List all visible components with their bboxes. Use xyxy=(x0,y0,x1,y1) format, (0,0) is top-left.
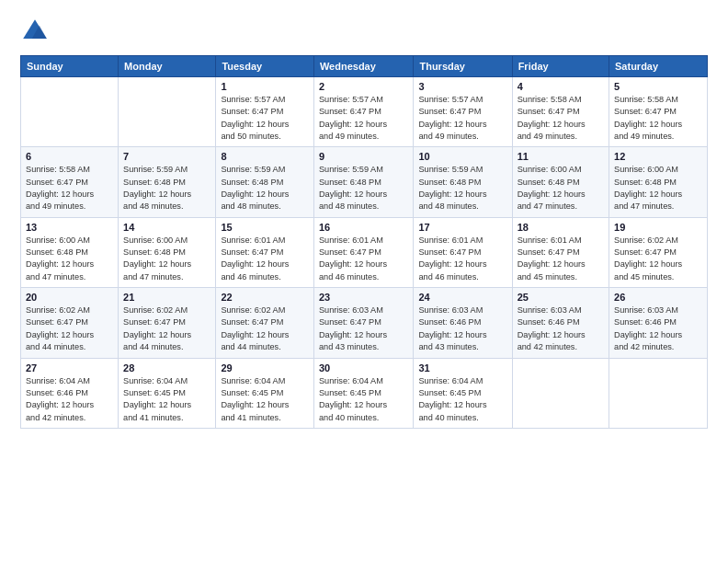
day-info: Sunrise: 5:58 AM Sunset: 6:47 PM Dayligh… xyxy=(26,164,113,213)
calendar-cell: 5Sunrise: 5:58 AM Sunset: 6:47 PM Daylig… xyxy=(609,77,708,147)
calendar-cell: 16Sunrise: 6:01 AM Sunset: 6:47 PM Dayli… xyxy=(313,217,414,287)
calendar-cell: 20Sunrise: 6:02 AM Sunset: 6:47 PM Dayli… xyxy=(21,288,119,358)
day-info: Sunrise: 5:57 AM Sunset: 6:47 PM Dayligh… xyxy=(418,94,506,143)
day-number: 24 xyxy=(418,292,506,303)
day-number: 11 xyxy=(518,151,604,162)
logo xyxy=(20,17,55,46)
calendar-cell: 2Sunrise: 5:57 AM Sunset: 6:47 PM Daylig… xyxy=(313,77,414,147)
calendar-cell: 23Sunrise: 6:03 AM Sunset: 6:47 PM Dayli… xyxy=(313,288,414,358)
calendar-cell: 11Sunrise: 6:00 AM Sunset: 6:48 PM Dayli… xyxy=(512,147,609,217)
header-row: SundayMondayTuesdayWednesdayThursdayFrid… xyxy=(21,56,708,77)
day-info: Sunrise: 6:01 AM Sunset: 6:47 PM Dayligh… xyxy=(418,235,506,283)
day-info: Sunrise: 6:00 AM Sunset: 6:48 PM Dayligh… xyxy=(614,164,702,213)
calendar-cell: 1Sunrise: 5:57 AM Sunset: 6:47 PM Daylig… xyxy=(216,77,314,147)
day-info: Sunrise: 6:04 AM Sunset: 6:45 PM Dayligh… xyxy=(418,375,506,424)
calendar-cell: 22Sunrise: 6:02 AM Sunset: 6:47 PM Dayli… xyxy=(216,288,314,358)
day-info: Sunrise: 6:02 AM Sunset: 6:47 PM Dayligh… xyxy=(221,304,309,353)
day-number: 21 xyxy=(123,292,210,303)
day-info: Sunrise: 5:58 AM Sunset: 6:47 PM Dayligh… xyxy=(518,94,604,143)
day-info: Sunrise: 6:04 AM Sunset: 6:45 PM Dayligh… xyxy=(221,375,309,424)
day-header-saturday: Saturday xyxy=(609,56,708,77)
calendar-body: 1Sunrise: 5:57 AM Sunset: 6:47 PM Daylig… xyxy=(21,77,708,429)
calendar-cell: 15Sunrise: 6:01 AM Sunset: 6:47 PM Dayli… xyxy=(216,217,314,287)
week-row-3: 13Sunrise: 6:00 AM Sunset: 6:48 PM Dayli… xyxy=(21,217,708,287)
day-number: 29 xyxy=(221,362,309,373)
day-number: 10 xyxy=(418,151,506,162)
day-info: Sunrise: 6:04 AM Sunset: 6:45 PM Dayligh… xyxy=(123,375,210,424)
day-number: 16 xyxy=(319,222,409,233)
day-number: 12 xyxy=(614,151,702,162)
calendar-cell: 27Sunrise: 6:04 AM Sunset: 6:46 PM Dayli… xyxy=(21,358,119,428)
day-info: Sunrise: 5:57 AM Sunset: 6:47 PM Dayligh… xyxy=(221,94,309,143)
day-info: Sunrise: 5:58 AM Sunset: 6:47 PM Dayligh… xyxy=(614,94,702,143)
day-number: 1 xyxy=(221,81,309,92)
day-info: Sunrise: 6:03 AM Sunset: 6:46 PM Dayligh… xyxy=(518,304,604,353)
week-row-4: 20Sunrise: 6:02 AM Sunset: 6:47 PM Dayli… xyxy=(21,288,708,358)
day-number: 26 xyxy=(614,292,702,303)
calendar-cell xyxy=(512,358,609,428)
calendar-cell xyxy=(609,358,708,428)
day-info: Sunrise: 6:00 AM Sunset: 6:48 PM Dayligh… xyxy=(123,235,210,283)
day-info: Sunrise: 5:59 AM Sunset: 6:48 PM Dayligh… xyxy=(319,164,409,213)
day-info: Sunrise: 6:00 AM Sunset: 6:48 PM Dayligh… xyxy=(26,235,113,283)
day-number: 27 xyxy=(26,362,113,373)
header xyxy=(20,17,708,46)
day-header-wednesday: Wednesday xyxy=(313,56,414,77)
day-number: 15 xyxy=(221,222,309,233)
day-number: 19 xyxy=(614,222,702,233)
calendar-cell: 21Sunrise: 6:02 AM Sunset: 6:47 PM Dayli… xyxy=(119,288,216,358)
day-header-sunday: Sunday xyxy=(21,56,119,77)
day-number: 7 xyxy=(123,151,210,162)
day-number: 6 xyxy=(26,151,113,162)
day-number: 23 xyxy=(319,292,409,303)
day-info: Sunrise: 6:02 AM Sunset: 6:47 PM Dayligh… xyxy=(123,304,210,353)
calendar-cell: 7Sunrise: 5:59 AM Sunset: 6:48 PM Daylig… xyxy=(119,147,216,217)
calendar-cell: 12Sunrise: 6:00 AM Sunset: 6:48 PM Dayli… xyxy=(609,147,708,217)
day-number: 22 xyxy=(221,292,309,303)
calendar-cell: 4Sunrise: 5:58 AM Sunset: 6:47 PM Daylig… xyxy=(512,77,609,147)
day-info: Sunrise: 6:02 AM Sunset: 6:47 PM Dayligh… xyxy=(614,235,702,283)
calendar-cell: 18Sunrise: 6:01 AM Sunset: 6:47 PM Dayli… xyxy=(512,217,609,287)
day-number: 31 xyxy=(418,362,506,373)
day-number: 28 xyxy=(123,362,210,373)
calendar-cell xyxy=(21,77,119,147)
calendar-cell: 29Sunrise: 6:04 AM Sunset: 6:45 PM Dayli… xyxy=(216,358,314,428)
day-info: Sunrise: 5:59 AM Sunset: 6:48 PM Dayligh… xyxy=(418,164,506,213)
day-info: Sunrise: 6:03 AM Sunset: 6:47 PM Dayligh… xyxy=(319,304,409,353)
day-info: Sunrise: 5:57 AM Sunset: 6:47 PM Dayligh… xyxy=(319,94,409,143)
day-number: 20 xyxy=(26,292,113,303)
calendar-cell: 6Sunrise: 5:58 AM Sunset: 6:47 PM Daylig… xyxy=(21,147,119,217)
day-number: 17 xyxy=(418,222,506,233)
day-number: 8 xyxy=(221,151,309,162)
calendar-header: SundayMondayTuesdayWednesdayThursdayFrid… xyxy=(21,56,708,77)
calendar-cell: 25Sunrise: 6:03 AM Sunset: 6:46 PM Dayli… xyxy=(512,288,609,358)
calendar-cell: 10Sunrise: 5:59 AM Sunset: 6:48 PM Dayli… xyxy=(414,147,512,217)
calendar-cell: 9Sunrise: 5:59 AM Sunset: 6:48 PM Daylig… xyxy=(313,147,414,217)
day-number: 13 xyxy=(26,222,113,233)
week-row-2: 6Sunrise: 5:58 AM Sunset: 6:47 PM Daylig… xyxy=(21,147,708,217)
calendar-cell xyxy=(119,77,216,147)
day-info: Sunrise: 6:01 AM Sunset: 6:47 PM Dayligh… xyxy=(221,235,309,283)
calendar-cell: 19Sunrise: 6:02 AM Sunset: 6:47 PM Dayli… xyxy=(609,217,708,287)
day-info: Sunrise: 6:04 AM Sunset: 6:45 PM Dayligh… xyxy=(319,375,409,424)
day-info: Sunrise: 6:01 AM Sunset: 6:47 PM Dayligh… xyxy=(319,235,409,283)
day-info: Sunrise: 5:59 AM Sunset: 6:48 PM Dayligh… xyxy=(123,164,210,213)
week-row-1: 1Sunrise: 5:57 AM Sunset: 6:47 PM Daylig… xyxy=(21,77,708,147)
day-number: 18 xyxy=(518,222,604,233)
day-info: Sunrise: 5:59 AM Sunset: 6:48 PM Dayligh… xyxy=(221,164,309,213)
calendar-cell: 30Sunrise: 6:04 AM Sunset: 6:45 PM Dayli… xyxy=(313,358,414,428)
day-number: 9 xyxy=(319,151,409,162)
day-number: 25 xyxy=(518,292,604,303)
calendar-cell: 26Sunrise: 6:03 AM Sunset: 6:46 PM Dayli… xyxy=(609,288,708,358)
day-number: 5 xyxy=(614,81,702,92)
day-info: Sunrise: 6:04 AM Sunset: 6:46 PM Dayligh… xyxy=(26,375,113,424)
calendar-cell: 14Sunrise: 6:00 AM Sunset: 6:48 PM Dayli… xyxy=(119,217,216,287)
day-number: 2 xyxy=(319,81,409,92)
day-info: Sunrise: 6:03 AM Sunset: 6:46 PM Dayligh… xyxy=(418,304,506,353)
day-number: 14 xyxy=(123,222,210,233)
day-header-thursday: Thursday xyxy=(414,56,512,77)
day-info: Sunrise: 6:03 AM Sunset: 6:46 PM Dayligh… xyxy=(614,304,702,353)
page: SundayMondayTuesdayWednesdayThursdayFrid… xyxy=(0,0,728,563)
day-header-tuesday: Tuesday xyxy=(216,56,314,77)
day-header-friday: Friday xyxy=(512,56,609,77)
